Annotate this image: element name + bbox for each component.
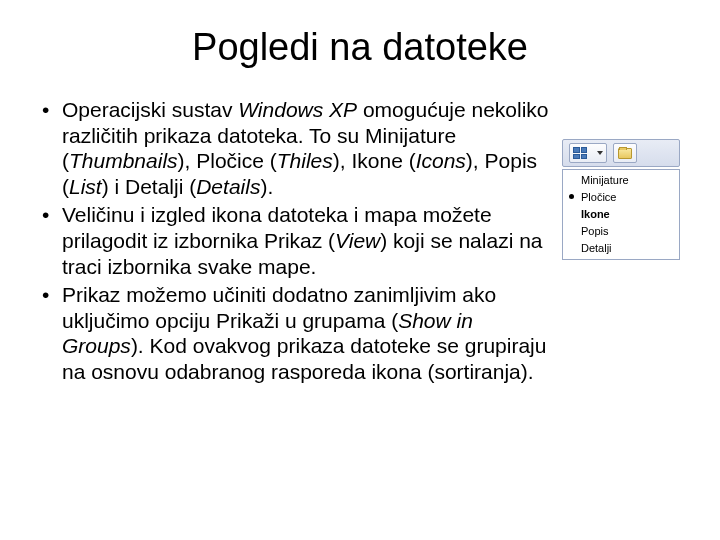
chevron-down-icon bbox=[597, 151, 603, 155]
text-italic: Icons bbox=[416, 149, 466, 172]
bullet-dot: • bbox=[40, 97, 62, 199]
text-italic: Details bbox=[196, 175, 260, 198]
bullet-text: Veličinu i izgled ikona datoteka i mapa … bbox=[62, 202, 554, 279]
text-italic: Windows XP bbox=[238, 98, 357, 121]
views-icon bbox=[573, 147, 587, 159]
text-italic: Thumbnails bbox=[69, 149, 178, 172]
bullet-text: Prikaz možemo učiniti dodatno zanimljivi… bbox=[62, 282, 554, 384]
content-row: • Operacijski sustav Windows XP omogućuj… bbox=[40, 97, 680, 388]
views-dropdown: Minijature Pločice Ikone Popis Detalji bbox=[562, 169, 680, 260]
text-span: Operacijski sustav bbox=[62, 98, 238, 121]
text-span: ), Ikone ( bbox=[333, 149, 416, 172]
toolbar bbox=[562, 139, 680, 167]
text-span: ) i Detalji ( bbox=[102, 175, 197, 198]
views-button[interactable] bbox=[569, 143, 607, 163]
text-span: ). bbox=[260, 175, 273, 198]
bullet-dot: • bbox=[40, 202, 62, 279]
bullet-dot: • bbox=[40, 282, 62, 384]
page-title: Pogledi na datoteke bbox=[40, 26, 680, 69]
text-italic: List bbox=[69, 175, 102, 198]
dropdown-item-detalji[interactable]: Detalji bbox=[563, 240, 679, 257]
text-span: ), Pločice ( bbox=[178, 149, 277, 172]
text-italic: Thiles bbox=[277, 149, 333, 172]
text-span: ). Kod ovakvog prikaza datoteke se grupi… bbox=[62, 334, 546, 383]
list-item: • Veličinu i izgled ikona datoteka i map… bbox=[40, 202, 554, 279]
list-item: • Prikaz možemo učiniti dodatno zanimlji… bbox=[40, 282, 554, 384]
folder-button[interactable] bbox=[613, 143, 637, 163]
dropdown-item-minijature[interactable]: Minijature bbox=[563, 172, 679, 189]
dropdown-item-plocice[interactable]: Pločice bbox=[563, 189, 679, 206]
text-italic: View bbox=[335, 229, 380, 252]
bullet-list: • Operacijski sustav Windows XP omogućuj… bbox=[40, 97, 562, 388]
view-menu-graphic: Minijature Pločice Ikone Popis Detalji bbox=[562, 139, 680, 260]
folder-icon bbox=[618, 148, 632, 159]
list-item: • Operacijski sustav Windows XP omogućuj… bbox=[40, 97, 554, 199]
slide: Pogledi na datoteke • Operacijski sustav… bbox=[0, 0, 720, 540]
dropdown-item-popis[interactable]: Popis bbox=[563, 223, 679, 240]
bullet-text: Operacijski sustav Windows XP omogućuje … bbox=[62, 97, 554, 199]
dropdown-item-ikone[interactable]: Ikone bbox=[563, 206, 679, 223]
